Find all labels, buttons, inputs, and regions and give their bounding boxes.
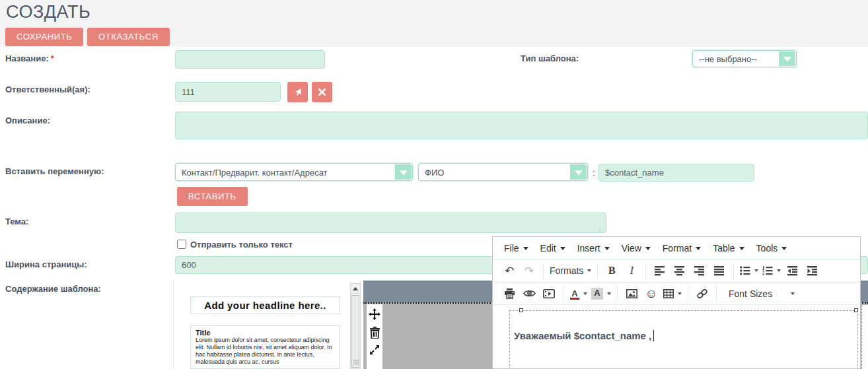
indent-icon[interactable] xyxy=(805,262,820,279)
block-toolbar xyxy=(367,304,382,369)
subject-label: Тема: xyxy=(5,217,28,226)
scrollbar-grip xyxy=(353,360,359,364)
text-only-checkbox[interactable] xyxy=(177,240,186,249)
text-block[interactable]: Title Lorem ipsum dolor sit amet, consec… xyxy=(190,325,340,369)
menu-format[interactable]: Format xyxy=(657,237,707,259)
media-icon[interactable] xyxy=(541,285,557,302)
editor-text-value: Уважаемый $contact_name , xyxy=(514,330,651,341)
menu-table-label: Table xyxy=(713,243,735,253)
text-only-label: Отправить только текст xyxy=(190,240,293,250)
clear-user-button[interactable] xyxy=(312,82,332,102)
move-icon[interactable] xyxy=(369,308,380,320)
menu-file-label: File xyxy=(504,243,519,253)
emoticon-icon[interactable]: ☺ xyxy=(643,285,659,302)
font-sizes-dropdown[interactable]: Font Sizes xyxy=(729,285,795,302)
text-color-icon[interactable]: A xyxy=(569,285,587,302)
text-color-letter: A xyxy=(569,288,580,298)
menu-file[interactable]: File xyxy=(498,237,534,259)
menu-insert[interactable]: Insert xyxy=(571,237,616,259)
required-asterisk: * xyxy=(51,53,54,63)
menu-table[interactable]: Table xyxy=(707,237,750,259)
chevron-down-icon xyxy=(560,247,565,250)
chevron-down-icon xyxy=(587,269,591,272)
editor-content-area[interactable]: Уважаемый $contact_name , xyxy=(493,305,860,368)
text-cursor xyxy=(653,330,654,341)
align-left-icon[interactable] xyxy=(652,262,668,279)
menu-format-label: Format xyxy=(663,243,692,253)
create-template-page: СОЗДАТЬ СОХРАНИТЬ ОТКАЗАТЬСЯ Название:* … xyxy=(0,0,868,369)
chevron-down-icon[interactable] xyxy=(395,164,412,180)
chevron-down-icon xyxy=(754,269,758,272)
save-button[interactable]: СОХРАНИТЬ xyxy=(5,28,83,46)
editor-text[interactable]: Уважаемый $contact_name , xyxy=(514,330,654,341)
background-color-letter: A xyxy=(591,288,603,300)
bold-icon[interactable]: B xyxy=(604,262,620,279)
selection-handle[interactable] xyxy=(519,308,523,312)
align-center-icon[interactable] xyxy=(672,262,688,279)
formats-label: Formats xyxy=(550,265,583,276)
numbered-list-icon[interactable] xyxy=(762,262,781,279)
name-input[interactable] xyxy=(175,50,325,69)
undo-icon[interactable]: ↶ xyxy=(501,262,517,279)
chevron-down-icon xyxy=(604,247,610,250)
subject-textarea[interactable] xyxy=(175,213,606,233)
preview-scrollbar[interactable] xyxy=(350,283,361,369)
align-justify-icon[interactable] xyxy=(711,262,727,279)
variable-code-input[interactable] xyxy=(598,164,754,182)
chevron-down-icon xyxy=(607,292,611,295)
italic-icon[interactable]: I xyxy=(624,262,639,279)
print-icon[interactable] xyxy=(501,285,517,302)
close-icon xyxy=(318,88,326,96)
editor-toolbar-2: A A ☺ Font Sizes xyxy=(493,283,860,305)
template-type-select[interactable]: --не выбрано-- xyxy=(692,50,797,67)
table-icon[interactable] xyxy=(663,285,682,302)
resize-icon[interactable] xyxy=(370,345,379,354)
background-color-icon[interactable]: A xyxy=(591,285,611,302)
chevron-down-icon xyxy=(583,292,587,295)
preview-eye-icon[interactable] xyxy=(521,285,537,302)
redo-icon[interactable]: ↷ xyxy=(521,262,537,279)
align-right-icon[interactable] xyxy=(692,262,707,279)
insert-variable-button[interactable]: ВСТАВИТЬ xyxy=(177,187,248,206)
link-icon[interactable] xyxy=(694,285,710,302)
outdent-icon[interactable] xyxy=(785,262,801,279)
chevron-down-icon xyxy=(523,247,528,250)
menu-view-label: View xyxy=(622,243,641,253)
bullet-list-icon[interactable] xyxy=(740,262,758,279)
chevron-down-icon xyxy=(696,247,701,250)
variable-field-value: ФИО xyxy=(425,167,444,177)
cancel-button[interactable]: ОТКАЗАТЬСЯ xyxy=(87,28,170,46)
editor-menubar: File Edit Insert View Format Table Tools xyxy=(493,237,860,259)
chevron-down-icon xyxy=(791,292,795,295)
scroll-up-icon[interactable] xyxy=(351,284,360,294)
menu-edit-label: Edit xyxy=(540,243,556,253)
variable-module-value: Контакт/Предварит. контакт/Адресат xyxy=(182,167,328,177)
template-preview-panel: Add your headline here.. Title Lorem ips… xyxy=(173,281,362,369)
headline-block[interactable]: Add your headline here.. xyxy=(190,296,340,314)
menu-view[interactable]: View xyxy=(616,237,657,259)
menu-tools[interactable]: Tools xyxy=(750,237,793,259)
variable-module-select[interactable]: Контакт/Предварит. контакт/Адресат xyxy=(175,163,413,181)
variable-field-select[interactable]: ФИО xyxy=(418,163,588,181)
cursor-arrow-icon xyxy=(293,87,303,97)
insert-variable-label: Вставить переменную: xyxy=(5,166,104,176)
name-label-text: Название: xyxy=(5,53,49,63)
menu-edit[interactable]: Edit xyxy=(534,237,571,259)
select-user-button[interactable] xyxy=(287,82,308,102)
trash-icon[interactable] xyxy=(370,327,380,339)
chevron-down-icon xyxy=(739,247,744,250)
assigned-input[interactable] xyxy=(175,82,281,102)
chevron-down-icon[interactable] xyxy=(779,51,795,66)
menu-tools-label: Tools xyxy=(756,243,778,253)
chevron-down-icon[interactable] xyxy=(570,164,587,180)
formats-dropdown[interactable]: Formats xyxy=(550,262,591,279)
description-textarea[interactable] xyxy=(175,112,868,139)
template-type-value: --не выбрано-- xyxy=(699,54,757,64)
selection-handle[interactable] xyxy=(854,308,858,312)
scrollbar-thumb[interactable] xyxy=(351,295,359,368)
page-title: СОЗДАТЬ xyxy=(6,2,90,22)
chevron-down-icon xyxy=(777,269,781,272)
font-sizes-label: Font Sizes xyxy=(729,288,772,299)
name-label: Название:* xyxy=(5,53,54,63)
insert-image-icon[interactable] xyxy=(624,285,639,302)
